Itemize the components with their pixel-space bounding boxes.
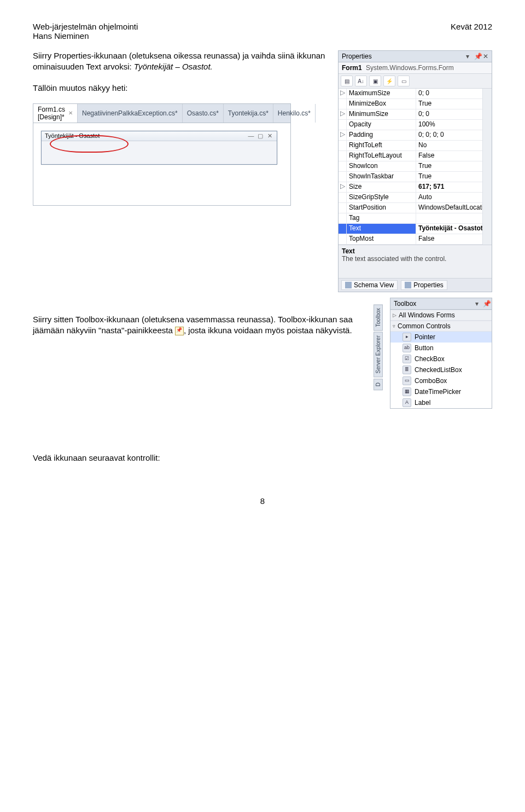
property-pages-icon[interactable]: ▭ (398, 76, 410, 86)
designer-tab[interactable]: Osasto.cs* (183, 104, 224, 123)
designer-tab[interactable]: Form1.cs [Design]*✕ (33, 104, 78, 123)
property-value[interactable]: Työntekijät - Osastot (416, 224, 492, 234)
property-row[interactable]: SizeGripStyleAuto (339, 193, 492, 203)
toolbox-item[interactable]: ▭ComboBox (390, 375, 492, 386)
property-row[interactable]: TopMostFalse (339, 234, 492, 245)
expand-icon (339, 141, 347, 150)
toolbox-group[interactable]: ▿Common Controls (390, 321, 492, 332)
property-name: Tag (347, 213, 416, 223)
designer-tabstrip: Form1.cs [Design]*✕NegatiivinenPalkkaExc… (33, 104, 290, 123)
properties-panel-title-bar: Properties ▾ 📌 ✕ (339, 51, 492, 62)
property-row[interactable]: ShowIconTrue (339, 161, 492, 172)
property-value[interactable]: No (416, 141, 492, 150)
property-row[interactable]: ▷MaximumSize0; 0 (339, 89, 492, 99)
properties-toolbar: ▤ A↓ ▣ ⚡ ▭ (339, 74, 492, 89)
pin-button-inline-icon (175, 327, 184, 335)
property-value[interactable]: 100% (416, 120, 492, 130)
toolbox-item[interactable]: ALabel (390, 397, 492, 408)
pin-icon[interactable]: 📌 (474, 53, 480, 60)
paragraph-3b: , josta ikkuna voidaan myös poistaa näky… (184, 326, 352, 335)
designer-tab[interactable]: NegatiivinenPalkkaException.cs* (78, 104, 183, 123)
expand-icon[interactable]: ▷ (339, 89, 347, 98)
property-row[interactable]: ▷Padding0; 0; 0; 0 (339, 130, 492, 141)
toolbox-panel: Toolbox ▾ 📌 ▷All Windows Forms▿Common Co… (390, 298, 492, 409)
form-window[interactable]: Työntekijät - Osastot — ▢ ✕ (41, 131, 277, 165)
property-row[interactable]: Opacity100% (339, 120, 492, 130)
properties-panel-title-icons: ▾ 📌 ✕ (463, 53, 488, 60)
toolbox-item-label: Button (415, 344, 434, 352)
toolbox-title-icons: ▾ 📌 (472, 300, 488, 308)
properties-icon[interactable]: ▣ (369, 76, 381, 86)
side-tab[interactable]: D (374, 379, 383, 390)
categorize-icon[interactable]: ▤ (341, 76, 353, 86)
property-value[interactable]: 0; 0; 0; 0 (416, 130, 492, 140)
property-row[interactable]: RightToLeftLayoutFalse (339, 151, 492, 161)
page-number: 8 (33, 496, 492, 506)
property-row[interactable]: ShowInTaskbarTrue (339, 172, 492, 182)
property-value[interactable]: True (416, 161, 492, 171)
properties-description-title: Text (342, 247, 488, 255)
toolbox-item[interactable]: abButton (390, 343, 492, 353)
expand-icon[interactable]: ▷ (339, 130, 347, 140)
property-row[interactable]: RightToLeftNo (339, 141, 492, 151)
doc-header-right: Kevät 2012 (451, 22, 492, 40)
property-row[interactable]: Tag (339, 213, 492, 224)
property-value[interactable]: 0; 0 (416, 89, 492, 98)
toolbox-wrap: ToolboxServer ExplorerD Toolbox ▾ 📌 ▷All… (383, 292, 492, 409)
side-tab[interactable]: Server Explorer (374, 332, 383, 377)
property-value[interactable]: 617; 571 (416, 182, 492, 192)
toolbox-item[interactable]: ▸Pointer (390, 332, 492, 343)
doc-title: Web-järjestelmän ohjelmointi (33, 22, 138, 31)
side-tab[interactable]: Toolbox (374, 304, 383, 330)
maximize-icon[interactable]: ▢ (256, 132, 264, 140)
property-value[interactable]: True (416, 172, 492, 182)
property-value[interactable] (416, 213, 492, 223)
form-window-buttons: — ▢ ✕ (247, 132, 273, 140)
properties-grid: ▷MaximumSize0; 0MinimizeBoxTrue▷MinimumS… (339, 89, 492, 245)
schema-view-button[interactable]: Schema View (341, 280, 398, 290)
scrollbar[interactable] (482, 89, 492, 245)
toolbox-item[interactable]: ▦DateTimePicker (390, 386, 492, 397)
property-value[interactable]: 0; 0 (416, 109, 492, 119)
properties-panel: Properties ▾ 📌 ✕ Form1 System.Windows.Fo… (338, 50, 492, 292)
properties-object-row[interactable]: Form1 System.Windows.Forms.Form (339, 62, 492, 74)
minimize-icon[interactable]: — (247, 132, 255, 139)
properties-object-name: Form1 (342, 64, 362, 72)
property-row[interactable]: MinimizeBoxTrue (339, 99, 492, 109)
group-expand-icon[interactable]: ▷ (393, 312, 396, 318)
property-name: Padding (347, 130, 416, 140)
properties-tab-icon (405, 282, 411, 288)
property-row[interactable]: ▷Size617; 571 (339, 182, 492, 193)
property-name: TopMost (347, 234, 416, 244)
dropdown-icon[interactable]: ▾ (474, 300, 480, 308)
property-value[interactable]: True (416, 99, 492, 109)
property-row[interactable]: StartPositionWindowsDefaultLocati (339, 203, 492, 213)
group-expand-icon[interactable]: ▿ (393, 323, 395, 329)
toolbox-item[interactable]: ≣CheckedListBox (390, 364, 492, 375)
property-row[interactable]: ▷MinimumSize0; 0 (339, 109, 492, 120)
expand-icon (339, 203, 347, 213)
expand-icon[interactable]: ▷ (339, 182, 347, 192)
alphabetical-icon[interactable]: A↓ (355, 76, 367, 86)
dropdown-icon[interactable]: ▾ (465, 53, 470, 60)
expand-icon[interactable]: ▷ (339, 109, 347, 119)
property-value[interactable]: Auto (416, 193, 492, 202)
properties-tab-button[interactable]: Properties (401, 280, 447, 290)
design-surface[interactable]: Työntekijät - Osastot — ▢ ✕ (33, 123, 290, 205)
property-value[interactable]: False (416, 234, 492, 244)
events-icon[interactable]: ⚡ (383, 76, 395, 86)
toolbox-item[interactable]: ☑CheckBox (390, 353, 492, 364)
pin-icon[interactable]: 📌 (483, 300, 488, 308)
designer-tab[interactable]: Henkilo.cs* (273, 104, 316, 123)
tab-label: Henkilo.cs* (278, 109, 311, 117)
designer-tab[interactable]: Tyontekija.cs* (224, 104, 273, 123)
property-row[interactable]: TextTyöntekijät - Osastot (339, 224, 492, 234)
close-icon[interactable]: ✕ (483, 53, 488, 60)
tab-close-icon[interactable]: ✕ (68, 110, 73, 116)
close-icon[interactable]: ✕ (266, 132, 273, 140)
property-value[interactable]: False (416, 151, 492, 161)
form-title-text: Työntekijät - Osastot (45, 132, 100, 139)
toolbox-group[interactable]: ▷All Windows Forms (390, 310, 492, 321)
expand-icon (339, 213, 347, 223)
property-value[interactable]: WindowsDefaultLocati (416, 203, 492, 213)
